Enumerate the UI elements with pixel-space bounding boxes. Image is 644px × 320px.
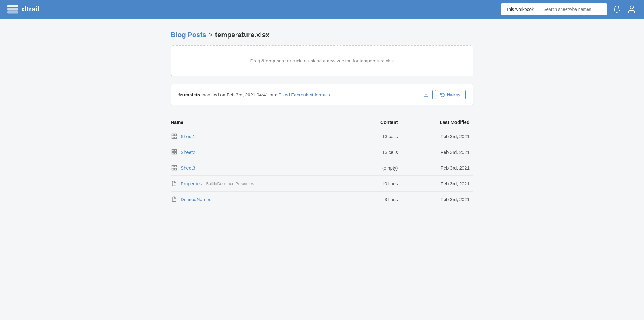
table-row: Sheet3 (empty) Feb 3rd, 2021 <box>171 160 473 176</box>
history-button[interactable]: History <box>435 90 466 99</box>
svg-rect-1 <box>7 8 18 10</box>
svg-rect-8 <box>172 137 174 139</box>
table-row: Sheet1 13 cells Feb 3rd, 2021 <box>171 128 473 144</box>
svg-rect-10 <box>175 150 177 152</box>
file-content-cell: (empty) <box>356 160 402 176</box>
breadcrumb-separator: > <box>209 31 213 39</box>
file-sub-label: BuiltInDocumentProperties <box>206 181 254 186</box>
grid-icon <box>171 164 178 171</box>
file-content-cell: 10 lines <box>356 176 402 192</box>
commit-message-prefix: modified on Feb 3rd, 2021 04:41 pm: <box>201 92 278 97</box>
table-row: PropertiesBuiltInDocumentProperties 10 l… <box>171 176 473 192</box>
file-table-body: Sheet1 13 cells Feb 3rd, 2021 Sheet2 13 … <box>171 128 473 207</box>
svg-rect-7 <box>175 137 177 139</box>
svg-rect-9 <box>172 150 174 152</box>
file-last-modified-cell: Feb 3rd, 2021 <box>402 160 473 176</box>
svg-rect-6 <box>175 134 177 136</box>
commit-info: fzumstein modified on Feb 3rd, 2021 04:4… <box>178 92 416 97</box>
breadcrumb-current: temperature.xlsx <box>215 31 270 39</box>
svg-rect-11 <box>175 153 177 154</box>
search-input[interactable] <box>539 3 607 15</box>
search-bar: This workbook <box>501 3 607 15</box>
file-last-modified-cell: Feb 3rd, 2021 <box>402 128 473 144</box>
notifications-icon[interactable] <box>612 4 622 14</box>
file-content-cell: 3 lines <box>356 192 402 207</box>
main-content: Blog Posts > temperature.xlsx Drag & dro… <box>165 19 479 220</box>
svg-point-3 <box>630 6 633 9</box>
svg-rect-0 <box>7 5 18 7</box>
file-name-cell: DefinedNames <box>171 192 356 207</box>
file-content-cell: 13 cells <box>356 144 402 160</box>
file-link[interactable]: Sheet1 <box>181 134 195 139</box>
breadcrumb: Blog Posts > temperature.xlsx <box>171 31 473 39</box>
commit-link[interactable]: Fixed Fahrenheit formula <box>278 92 330 97</box>
file-name-cell: Sheet2 <box>171 144 356 160</box>
commit-bar: fzumstein modified on Feb 3rd, 2021 04:4… <box>171 84 473 105</box>
upload-zone[interactable]: Drag & drop here or click to upload a ne… <box>171 45 473 76</box>
file-link[interactable]: Sheet2 <box>181 149 195 155</box>
file-name-cell: PropertiesBuiltInDocumentProperties <box>171 176 356 192</box>
svg-rect-15 <box>175 168 177 170</box>
logo-icon <box>7 5 19 14</box>
commit-actions: History <box>420 90 466 99</box>
col-name-header: Name <box>171 116 356 128</box>
download-icon <box>424 92 429 97</box>
file-link[interactable]: Sheet3 <box>181 165 195 171</box>
history-btn-label: History <box>447 92 460 97</box>
col-content-header: Content <box>356 116 402 128</box>
table-header-row: Name Content Last Modified <box>171 116 473 128</box>
commit-author: fzumstein <box>178 92 200 97</box>
file-name-cell: Sheet3 <box>171 160 356 176</box>
grid-icon <box>171 133 178 140</box>
table-row: Sheet2 13 cells Feb 3rd, 2021 <box>171 144 473 160</box>
svg-rect-5 <box>172 134 174 136</box>
file-last-modified-cell: Feb 3rd, 2021 <box>402 192 473 207</box>
history-icon <box>440 92 445 97</box>
file-table: Name Content Last Modified Sheet1 13 cel… <box>171 116 473 207</box>
svg-rect-2 <box>7 11 18 13</box>
file-link[interactable]: Properties <box>181 181 202 186</box>
logo-text: xltrail <box>21 5 39 13</box>
doc-icon <box>171 196 178 203</box>
this-workbook-button[interactable]: This workbook <box>501 3 539 15</box>
upload-zone-text: Drag & drop here or click to upload a ne… <box>250 58 394 63</box>
breadcrumb-parent[interactable]: Blog Posts <box>171 31 206 39</box>
col-last-modified-header: Last Modified <box>402 116 473 128</box>
file-last-modified-cell: Feb 3rd, 2021 <box>402 176 473 192</box>
file-name-cell: Sheet1 <box>171 128 356 144</box>
user-avatar-icon[interactable] <box>627 4 637 14</box>
file-link[interactable]: DefinedNames <box>181 197 211 202</box>
download-button[interactable] <box>420 90 433 99</box>
logo: xltrail <box>7 5 496 14</box>
grid-icon <box>171 149 178 155</box>
table-row: DefinedNames 3 lines Feb 3rd, 2021 <box>171 192 473 207</box>
file-content-cell: 13 cells <box>356 128 402 144</box>
doc-icon <box>171 180 178 187</box>
svg-rect-14 <box>175 166 177 167</box>
file-last-modified-cell: Feb 3rd, 2021 <box>402 144 473 160</box>
svg-rect-13 <box>172 166 174 167</box>
app-header: xltrail This workbook <box>0 0 644 19</box>
svg-rect-12 <box>172 153 174 154</box>
svg-rect-16 <box>172 168 174 170</box>
